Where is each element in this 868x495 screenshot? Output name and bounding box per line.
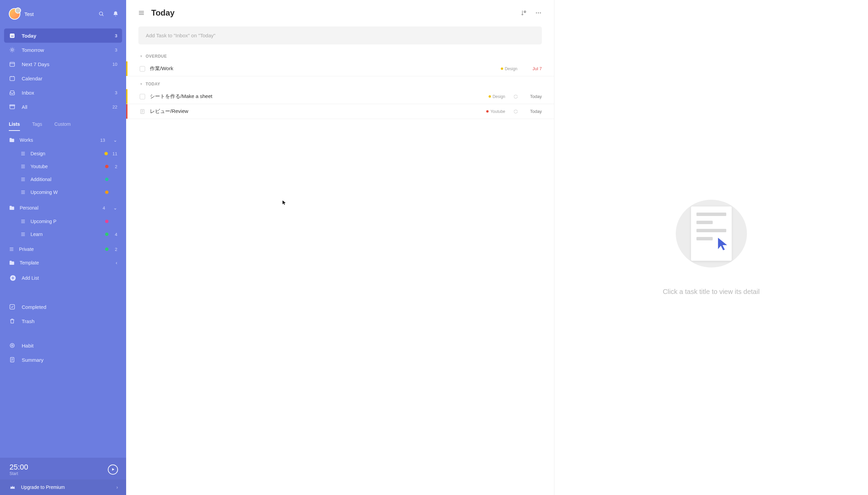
- list-upcomingw[interactable]: Upcoming W: [11, 186, 122, 199]
- sort-icon[interactable]: [520, 10, 527, 16]
- task-detail-pane: Click a task title to view its detail: [555, 0, 868, 495]
- task-list-chip[interactable]: Youtube: [486, 109, 505, 114]
- list-design[interactable]: Design 11: [11, 147, 122, 160]
- folder-template[interactable]: Template ‹: [4, 256, 122, 270]
- task-checkbox-note[interactable]: [140, 109, 145, 114]
- chevron-right-icon: ›: [116, 484, 118, 490]
- sidebar-item-calendar[interactable]: Calendar: [4, 71, 122, 85]
- check-icon: [9, 304, 16, 310]
- task-title[interactable]: シートを作る/Make a sheet: [150, 93, 484, 100]
- collapse-icon: ▼: [140, 82, 143, 86]
- list-additional[interactable]: Additional: [11, 173, 122, 186]
- list-label: Upcoming P: [31, 219, 100, 224]
- section-overdue[interactable]: ▼ OVERDUE: [126, 49, 554, 62]
- sidebar-item-inbox[interactable]: Inbox 3: [4, 85, 122, 100]
- target-icon: [9, 342, 16, 348]
- hamburger-icon[interactable]: [138, 9, 145, 17]
- list-count: 2: [113, 247, 117, 252]
- task-title[interactable]: 作業/Work: [150, 65, 496, 72]
- pomo-timer[interactable]: 25:00 Start: [0, 458, 126, 479]
- sidebar-item-label: Inbox: [22, 90, 109, 96]
- sidebar-item-count: 3: [115, 33, 117, 38]
- list-icon: [20, 164, 26, 169]
- avatar[interactable]: [9, 8, 20, 20]
- chip-label: Design: [505, 66, 517, 71]
- task-list-pane: Today Add Task to "Inbox" on "Today" ▼ O…: [126, 0, 555, 495]
- sidebar-item-trash[interactable]: Trash: [4, 314, 122, 328]
- sidebar-item-summary[interactable]: Summary: [4, 353, 122, 367]
- task-due[interactable]: Today: [526, 109, 542, 114]
- task-due[interactable]: Jul 7: [526, 66, 542, 71]
- color-dot: [105, 165, 108, 168]
- inbox-icon: [9, 89, 16, 96]
- folder-works[interactable]: Works 13 ⌄: [4, 133, 122, 147]
- svg-point-37: [10, 343, 14, 347]
- timer-sub: Start: [10, 471, 28, 476]
- task-due[interactable]: Today: [526, 94, 542, 99]
- main-header: Today: [126, 0, 554, 24]
- section-title: TODAY: [146, 82, 160, 86]
- upgrade-banner[interactable]: Upgrade to Premium ›: [0, 479, 126, 495]
- folder-count: 13: [100, 138, 105, 143]
- tab-tags[interactable]: Tags: [32, 121, 42, 131]
- list-icon: [20, 219, 26, 224]
- list-youtube[interactable]: Youtube 2: [11, 160, 122, 173]
- list-icon: [20, 151, 26, 156]
- play-button[interactable]: [108, 464, 118, 475]
- sidebar-item-label: Completed: [22, 304, 117, 310]
- add-task-input[interactable]: Add Task to "Inbox" on "Today": [138, 27, 542, 45]
- sidebar-item-count: 22: [113, 104, 117, 109]
- empty-illustration: [676, 200, 747, 268]
- section-today[interactable]: ▼ TODAY: [126, 76, 554, 89]
- username[interactable]: Test: [24, 11, 34, 17]
- task-list-chip[interactable]: Design: [501, 66, 517, 71]
- task-title[interactable]: レビュー/Review: [150, 108, 481, 115]
- sidebar-item-habit[interactable]: Habit: [4, 338, 122, 353]
- page-title: Today: [151, 8, 175, 18]
- search-icon[interactable]: [98, 11, 104, 17]
- task-row[interactable]: 作業/Work Design Jul 7: [126, 62, 554, 76]
- priority-bar: [126, 104, 127, 119]
- sidebar-item-next7[interactable]: Next 7 Days 10: [4, 57, 122, 71]
- color-dot: [105, 178, 108, 181]
- plus-circle-icon: [10, 275, 16, 281]
- list-upcomingp[interactable]: Upcoming P: [11, 215, 122, 228]
- tomorrow-icon: [9, 47, 16, 53]
- task-list-chip[interactable]: Design: [489, 94, 505, 99]
- sidebar-item-tomorrow[interactable]: Tomorrow 3: [4, 43, 122, 57]
- color-dot: [489, 95, 491, 98]
- list-label: Private: [19, 246, 100, 252]
- sidebar-header: Test: [0, 0, 126, 27]
- folder-icon: [9, 137, 15, 143]
- sidebar-item-label: Today: [22, 33, 109, 39]
- tab-lists[interactable]: Lists: [9, 121, 20, 131]
- sidebar-item-completed[interactable]: Completed: [4, 300, 122, 314]
- task-checkbox[interactable]: [140, 94, 145, 99]
- folder-personal[interactable]: Personal 4 ⌄: [4, 201, 122, 215]
- task-row[interactable]: レビュー/Review Youtube Today: [126, 104, 554, 119]
- svg-text:10: 10: [11, 35, 14, 38]
- tab-custom[interactable]: Custom: [54, 121, 70, 131]
- timer-time: 25:00: [10, 463, 28, 471]
- svg-point-47: [536, 12, 537, 13]
- color-dot: [486, 110, 489, 113]
- sidebar-lists: Works 13 ⌄ Design 11 Youtube 2: [0, 131, 126, 458]
- svg-point-4: [11, 49, 13, 51]
- bell-icon[interactable]: [113, 11, 119, 17]
- list-private[interactable]: Private 2: [4, 243, 122, 256]
- sidebar-item-all[interactable]: All 22: [4, 100, 122, 114]
- list-count: 11: [113, 151, 117, 156]
- sidebar-item-today[interactable]: 10 Today 3: [4, 29, 122, 43]
- more-icon[interactable]: [535, 10, 542, 16]
- folder-label: Template: [20, 260, 111, 266]
- color-dot: [501, 67, 503, 70]
- task-checkbox[interactable]: [140, 66, 145, 71]
- task-row[interactable]: シートを作る/Make a sheet Design Today: [126, 89, 554, 104]
- mouse-cursor-icon: [282, 199, 287, 207]
- sidebar-tabs: Lists Tags Custom: [0, 117, 126, 131]
- calendar-icon: [9, 75, 16, 81]
- chevron-down-icon: ⌄: [113, 205, 117, 210]
- list-learn[interactable]: Learn 4: [11, 228, 122, 241]
- add-list-button[interactable]: Add List: [4, 270, 122, 286]
- priority-bar: [126, 62, 127, 76]
